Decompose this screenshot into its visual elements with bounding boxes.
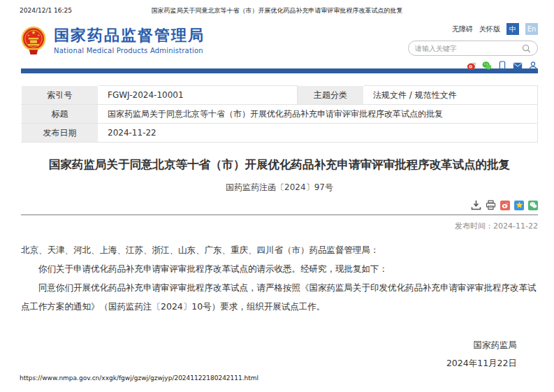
svg-text:★: ★ <box>37 34 40 37</box>
meta-label-title: 标题 <box>22 105 99 124</box>
publish-label: 发布时间： <box>455 222 493 231</box>
svg-text:★: ★ <box>31 29 36 36</box>
print-timestamp: 2024/12/1 16:25 <box>20 7 72 14</box>
table-row: 标题 国家药监局关于同意北京等十省（市）开展优化药品补充申请审评审批程序改革试点… <box>22 105 538 124</box>
print-footer-url: https://www.nmpa.gov.cn/xxgk/fgwj/gzwj/g… <box>20 375 258 382</box>
article-tools <box>21 200 538 215</box>
share-qzone-icon[interactable] <box>514 201 524 210</box>
header-right: 无障碍 关怀版 中 En <box>384 23 538 71</box>
site-title-block: 国家药品监督管理局 National Medical Products Admi… <box>54 25 205 55</box>
publish-line: 发布时间：2024-11-22 <box>21 221 538 231</box>
svg-text:★: ★ <box>27 34 30 37</box>
meta-value-topic: 法规文件 / 规范性文件 <box>364 86 538 105</box>
accessibility-link[interactable]: 无障碍 <box>452 24 473 34</box>
top-links: 无障碍 关怀版 中 En <box>384 23 538 35</box>
wechat-icon[interactable] <box>482 61 492 71</box>
print-page-title: 国家药监局关于同意北京等十省（市）开展优化药品补充申请审评审批程序改革试点的批复 <box>0 6 554 15</box>
page-title: 国家药监局关于同意北京等十省（市）开展优化药品补充申请审评审批程序改革试点的批复 <box>21 157 538 173</box>
signature-date: 2024年11月22日 <box>21 354 517 372</box>
paragraph: 北京、天津、河北、上海、江苏、浙江、山东、广东、重庆、四川省（市）药品监督管理局… <box>21 240 538 259</box>
mobile-icon[interactable] <box>497 61 507 71</box>
share-wechat-icon[interactable] <box>528 201 538 210</box>
search-icon[interactable] <box>522 44 531 53</box>
page: 2024/12/1 16:25 国家药监局关于同意北京等十省（市）开展优化药品补… <box>0 0 554 392</box>
article-body: 北京、天津、河北、上海、江苏、浙江、山东、广东、重庆、四川省（市）药品监督管理局… <box>21 240 538 316</box>
print-header: 2024/12/1 16:25 国家药监局关于同意北京等十省（市）开展优化药品补… <box>0 6 554 16</box>
weibo-icon[interactable] <box>467 61 476 71</box>
table-row: 发布日期 2024-11-22 <box>22 124 538 143</box>
meta-label-topic: 主题分类 <box>298 86 364 105</box>
publish-date: 2024-11-22 <box>493 222 538 231</box>
site-header: ★ ★ ★ 国家药品监督管理局 National Medical Product… <box>21 21 538 68</box>
mail-icon[interactable] <box>513 61 523 71</box>
header-social-row <box>384 61 538 71</box>
user-icon[interactable] <box>528 61 538 71</box>
doc-number: 国药监药注函〔2024〕97号 <box>21 182 538 194</box>
national-emblem-icon: ★ ★ ★ <box>21 25 46 60</box>
print-icon[interactable] <box>486 200 496 210</box>
meta-value-date: 2024-11-22 <box>99 124 538 143</box>
meta-label-index: 索引号 <box>22 86 99 105</box>
download-icon[interactable] <box>471 200 481 210</box>
document-meta-table: 索引号 FGWJ-2024-10001 主题分类 法规文件 / 规范性文件 标题… <box>21 85 538 143</box>
lang-zh-button[interactable]: 中 <box>506 23 519 35</box>
table-row: 索引号 FGWJ-2024-10001 主题分类 法规文件 / 规范性文件 <box>22 86 538 105</box>
meta-label-date: 发布日期 <box>22 124 99 143</box>
share-weibo-icon[interactable] <box>500 201 510 210</box>
site-name: 国家药品监督管理局 <box>54 27 205 45</box>
paragraph: 同意你们开展优化药品补充申请审评审批程序改革试点，请严格按照《国家药监局关于印发… <box>21 278 538 316</box>
meta-value-index: FGWJ-2024-10001 <box>99 86 298 105</box>
signature-org: 国家药监局 <box>21 336 517 354</box>
signature-block: 国家药监局 2024年11月22日 <box>21 336 538 372</box>
meta-value-title: 国家药监局关于同意北京等十省（市）开展优化药品补充申请审评审批程序改革试点的批复 <box>99 105 538 124</box>
lang-en-button[interactable]: En <box>525 23 538 35</box>
site-name-en: National Medical Products Administration <box>54 47 205 55</box>
search-box[interactable] <box>408 41 538 56</box>
search-input[interactable] <box>415 45 522 52</box>
title-divider <box>21 215 538 215</box>
care-version-link[interactable]: 关怀版 <box>479 24 500 34</box>
paragraph: 你们关于申请优化药品补充申请审评审批程序改革试点的请示收悉。经研究，现批复如下： <box>21 259 538 278</box>
